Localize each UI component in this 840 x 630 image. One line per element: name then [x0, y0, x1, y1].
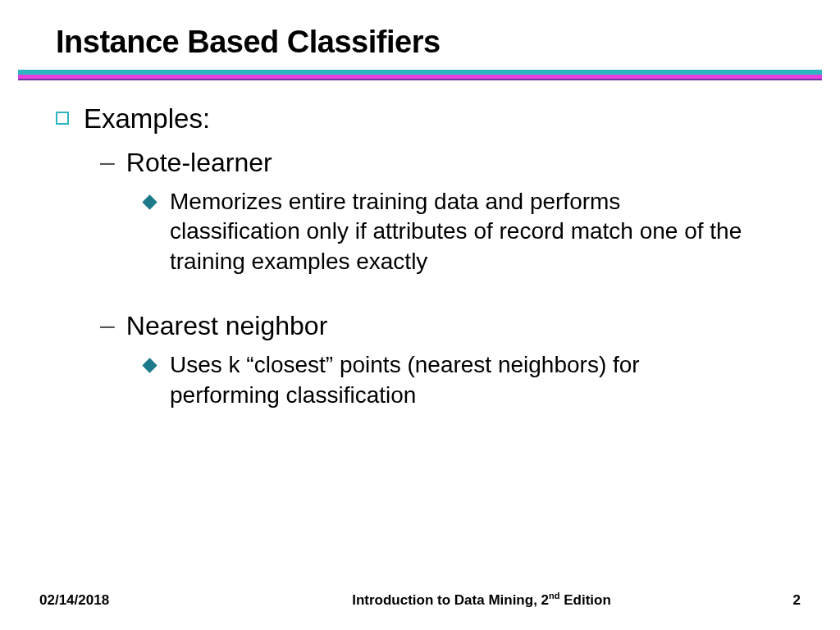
item-name-1: Nearest neighbor	[126, 309, 327, 342]
diamond-bullet-icon	[142, 358, 157, 372]
bullet-level2: – Nearest neighbor	[100, 309, 784, 342]
bullet-level3: Uses k “closest” points (nearest neighbo…	[144, 350, 784, 410]
square-bullet-icon	[56, 112, 69, 125]
examples-label: Examples:	[84, 103, 210, 135]
slide-footer: 02/14/2018 Introduction to Data Mining, …	[0, 591, 840, 609]
item-desc-1: Uses k “closest” points (nearest neighbo…	[170, 350, 751, 410]
bullet-level2: – Rote-learner	[100, 146, 784, 179]
dash-bullet-icon: –	[100, 309, 115, 340]
footer-date: 02/14/2018	[39, 592, 212, 609]
item-name-0: Rote-learner	[126, 146, 272, 179]
footer-book-title: Introduction to Data Mining, 2nd Edition	[212, 591, 751, 609]
bullet-level3: Memorizes entire training data and perfo…	[144, 187, 784, 276]
diamond-bullet-icon	[142, 194, 157, 209]
slide-title: Instance Based Classifiers	[0, 0, 840, 70]
footer-page-number: 2	[751, 592, 801, 609]
title-divider	[18, 70, 822, 80]
bullet-level1: Examples:	[56, 103, 784, 135]
dash-bullet-icon: –	[100, 146, 115, 177]
slide-content: Examples: – Rote-learner Memorizes entir…	[0, 80, 840, 410]
item-desc-0: Memorizes entire training data and perfo…	[170, 187, 751, 276]
